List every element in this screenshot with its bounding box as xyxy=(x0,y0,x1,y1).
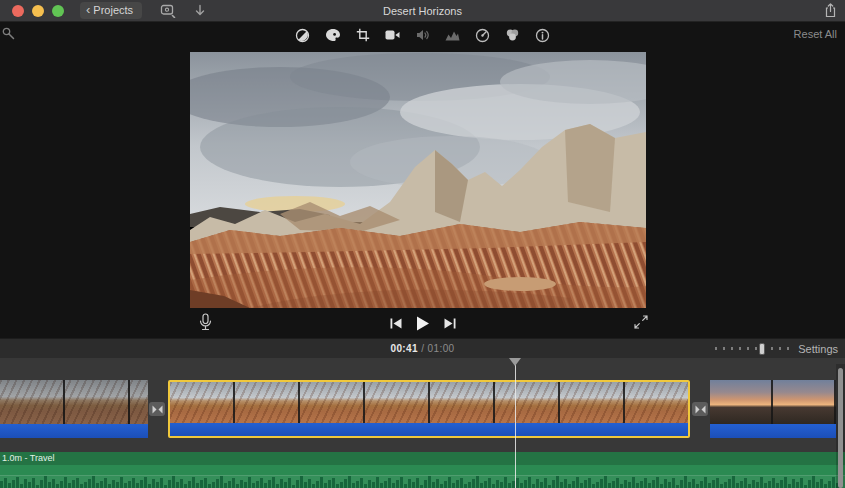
next-frame-button[interactable] xyxy=(443,318,456,329)
status-bar: 00:41 / 01:00 Settings xyxy=(0,338,845,358)
previous-frame-button[interactable] xyxy=(390,318,403,329)
transition-icon-1[interactable] xyxy=(149,402,165,416)
zoom-slider-thumb[interactable] xyxy=(759,343,765,355)
reset-all-button[interactable]: Reset All xyxy=(794,28,837,40)
settings-button[interactable]: Settings xyxy=(798,343,838,355)
volume-icon[interactable] xyxy=(413,27,433,43)
scrollbar-thumb[interactable] xyxy=(838,368,843,488)
playhead-handle[interactable] xyxy=(509,358,521,366)
play-button[interactable] xyxy=(416,316,430,331)
transition-icon-2[interactable] xyxy=(692,402,708,416)
close-window-button[interactable] xyxy=(12,5,24,17)
clip-2-audio-strip xyxy=(170,423,688,436)
clip-1-thumbnails xyxy=(0,380,148,424)
speed-icon[interactable] xyxy=(473,27,493,43)
color-correction-icon[interactable] xyxy=(323,27,343,43)
import-media-icon[interactable] xyxy=(160,4,176,18)
timeline-clip-2-selected[interactable] xyxy=(168,380,690,438)
back-button-label: Projects xyxy=(93,4,133,16)
download-arrow-icon[interactable] xyxy=(194,4,206,17)
stabilization-icon[interactable] xyxy=(383,27,403,43)
zoom-window-button[interactable] xyxy=(52,5,64,17)
clip-2-thumbnails xyxy=(170,382,688,423)
timeline: 1.0m - Travel xyxy=(0,358,845,488)
timeline-zoom-slider[interactable] xyxy=(715,343,789,355)
timeline-clip-3[interactable] xyxy=(710,380,836,438)
minimize-window-button[interactable] xyxy=(32,5,44,17)
music-clip-header: 1.0m - Travel xyxy=(0,452,845,465)
background-music-clip[interactable]: 1.0m - Travel xyxy=(0,452,845,488)
music-clip-label: 1.0m - Travel xyxy=(2,453,55,463)
back-to-projects-button[interactable]: ‹ Projects xyxy=(80,2,142,19)
titlebar: ‹ Projects Desert Horizons xyxy=(0,0,845,22)
timecode-current: 00:41 xyxy=(390,343,418,354)
adjustment-toolbar xyxy=(0,25,845,45)
video-preview xyxy=(190,52,646,308)
share-icon[interactable] xyxy=(824,3,837,18)
clip-1-audio-strip xyxy=(0,424,148,438)
timeline-clip-1[interactable] xyxy=(0,380,148,438)
viewer-workspace: Reset All xyxy=(0,22,845,338)
clip-info-icon[interactable] xyxy=(533,27,553,43)
zoom-slider-track xyxy=(715,347,789,350)
crop-icon[interactable] xyxy=(353,27,373,43)
playhead-line[interactable] xyxy=(515,358,516,488)
clip-3-audio-strip xyxy=(710,424,836,438)
effects-icon[interactable] xyxy=(503,27,523,43)
timecode-separator: / xyxy=(418,343,428,354)
color-balance-icon[interactable] xyxy=(293,27,313,43)
chevron-left-icon: ‹ xyxy=(86,5,90,15)
noise-reduction-icon[interactable] xyxy=(443,27,463,43)
timecode-total: 01:00 xyxy=(428,343,455,354)
clip-3-thumbnails xyxy=(710,380,836,424)
timecode-display: 00:41 / 01:00 xyxy=(390,343,454,354)
transport-bar xyxy=(0,308,845,338)
fullscreen-icon[interactable] xyxy=(634,315,648,329)
traffic-lights xyxy=(12,5,64,17)
audio-waveform xyxy=(0,475,845,488)
